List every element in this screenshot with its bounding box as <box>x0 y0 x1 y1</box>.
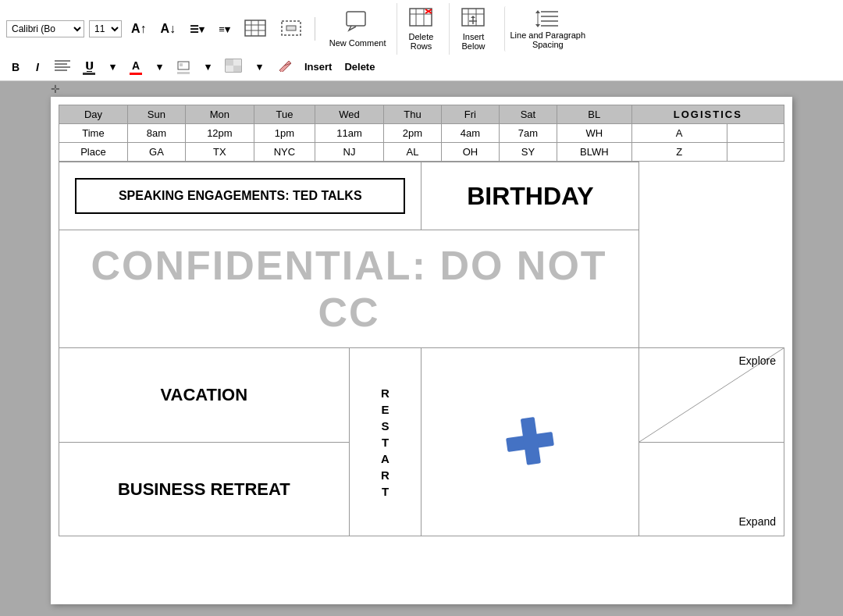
table-insert-button[interactable] <box>240 17 271 41</box>
table-border-button[interactable] <box>276 17 307 41</box>
header-fri: Fri <box>441 105 499 124</box>
time-tue: 1pm <box>254 124 315 143</box>
svg-rect-0 <box>245 20 265 36</box>
confidential-cell: CONFIDENTIAL: DO NOT CC <box>59 230 639 348</box>
new-comment-button[interactable]: New Comment <box>323 7 393 51</box>
font-color-button[interactable]: A <box>125 57 147 77</box>
header-wed: Wed <box>315 105 384 124</box>
header-mon: Mon <box>185 105 254 124</box>
header-logistics: LOGISTICS <box>631 105 784 124</box>
restart-s: S <box>382 419 389 433</box>
time-row: Time 8am 12pm 1pm 11am 2pm 4am 7am WH A <box>59 124 784 143</box>
font-shrink-button[interactable]: A↓ <box>156 20 181 38</box>
insert-below-group: InsertBelow <box>449 3 496 55</box>
font-color-dropdown[interactable]: ▾ <box>150 59 169 75</box>
page: ✛ Day Sun Mon Tue Wed Thu Fri Sat BL LOG… <box>51 97 792 604</box>
comment-icon <box>345 10 370 37</box>
time-sun: 8am <box>127 124 185 143</box>
cell-shading-button[interactable] <box>220 56 247 77</box>
time-fri: 4am <box>441 124 499 143</box>
bold-button[interactable]: B <box>6 59 25 76</box>
insert-button[interactable]: Insert <box>300 59 336 75</box>
time-bl: WH <box>557 124 631 143</box>
delete-rows-button[interactable]: DeleteRows <box>404 5 438 53</box>
svg-rect-34 <box>233 66 241 72</box>
restart-r1: R <box>381 386 389 400</box>
place-sun: GA <box>127 143 185 162</box>
line-paragraph-icon <box>535 9 561 30</box>
align-button[interactable] <box>50 57 75 77</box>
svg-rect-32 <box>233 59 241 66</box>
header-thu: Thu <box>383 105 441 124</box>
confidential-row: CONFIDENTIAL: DO NOT CC <box>59 230 784 348</box>
schedule-table: Day Sun Mon Tue Wed Thu Fri Sat BL LOGIS… <box>59 105 784 162</box>
separator <box>315 17 315 41</box>
restart-t: T <box>382 436 389 449</box>
place-row: Place GA TX NYC NJ AL OH SY BLWH Z <box>59 143 784 162</box>
header-bl: BL <box>557 105 631 124</box>
move-handle[interactable]: ✛ <box>51 83 60 95</box>
italic-button[interactable]: I <box>28 59 47 76</box>
eraser-button[interactable] <box>272 57 297 77</box>
cross-icon-cell <box>422 348 639 536</box>
time-mon: 12pm <box>185 124 254 143</box>
restart-r2: R <box>381 468 389 482</box>
insert-below-button[interactable]: InsertBelow <box>456 5 490 53</box>
main-content-table: SPEAKING ENGAGEMENTS: TED TALKS BIRTHDAY… <box>59 162 784 536</box>
time-thu: 2pm <box>383 124 441 143</box>
time-label: Time <box>59 124 128 143</box>
font-family-select[interactable]: Calibri (Bo <box>6 20 84 37</box>
underline-button[interactable]: U̲ <box>78 57 100 77</box>
expand-text: Expand <box>739 515 776 528</box>
place-log2 <box>727 143 784 162</box>
speaking-birthday-row: SPEAKING ENGAGEMENTS: TED TALKS BIRTHDAY <box>59 162 784 230</box>
restart-vertical: R E S T A R T <box>354 379 418 506</box>
line-paragraph-label: Line and ParagraphSpacing <box>510 30 585 49</box>
restart-t2: T <box>382 485 389 498</box>
svg-rect-7 <box>347 12 365 26</box>
confidential-text: CONFIDENTIAL: DO NOT CC <box>91 243 607 335</box>
place-label: Place <box>59 143 128 162</box>
svg-rect-33 <box>226 66 233 72</box>
blue-cross-icon <box>503 414 557 468</box>
insert-below-label: InsertBelow <box>461 32 485 51</box>
time-log1: A <box>631 124 727 143</box>
bullets-button[interactable]: ☰▾ <box>185 21 209 37</box>
explore-cell: Explore <box>639 348 784 443</box>
highlight-button[interactable] <box>172 58 195 77</box>
header-tue: Tue <box>254 105 315 124</box>
underline-dropdown[interactable]: ▾ <box>103 59 122 75</box>
time-wed: 11am <box>315 124 384 143</box>
svg-rect-6 <box>286 26 296 30</box>
birthday-cell: BIRTHDAY <box>422 162 639 230</box>
cell-shading-dropdown[interactable]: ▾ <box>250 59 269 75</box>
svg-rect-31 <box>226 59 233 66</box>
line-paragraph-button[interactable]: Line and ParagraphSpacing <box>504 6 590 52</box>
explore-text: Explore <box>739 354 776 367</box>
header-sun: Sun <box>127 105 185 124</box>
place-tue: NYC <box>254 143 315 162</box>
restart-e: E <box>382 403 389 416</box>
business-retreat-cell: BUSINESS RETREAT <box>59 443 350 536</box>
speaking-engagements-cell: SPEAKING ENGAGEMENTS: TED TALKS <box>59 162 422 230</box>
place-sat: SY <box>499 143 557 162</box>
place-wed: NJ <box>315 143 384 162</box>
time-log2 <box>727 124 784 143</box>
font-size-select[interactable]: 11 <box>89 20 122 37</box>
expand-cell: Expand <box>639 443 784 536</box>
numbering-button[interactable]: ≡▾ <box>214 21 235 37</box>
restart-a: A <box>381 452 389 465</box>
place-bl: BLWH <box>557 143 631 162</box>
place-mon: TX <box>185 143 254 162</box>
header-sat: Sat <box>499 105 557 124</box>
font-grow-button[interactable]: A↑ <box>126 20 151 38</box>
highlight-dropdown[interactable]: ▾ <box>198 59 217 75</box>
speaking-text: SPEAKING ENGAGEMENTS: TED TALKS <box>119 189 362 202</box>
restart-cell: R E S T A R T <box>349 348 422 536</box>
insert-below-icon <box>461 7 486 32</box>
delete-button[interactable]: Delete <box>340 59 379 75</box>
speaking-box: SPEAKING ENGAGEMENTS: TED TALKS <box>75 178 405 214</box>
delete-rows-group: DeleteRows <box>397 3 444 55</box>
place-thu: AL <box>383 143 441 162</box>
vacation-text: VACATION <box>160 385 247 404</box>
